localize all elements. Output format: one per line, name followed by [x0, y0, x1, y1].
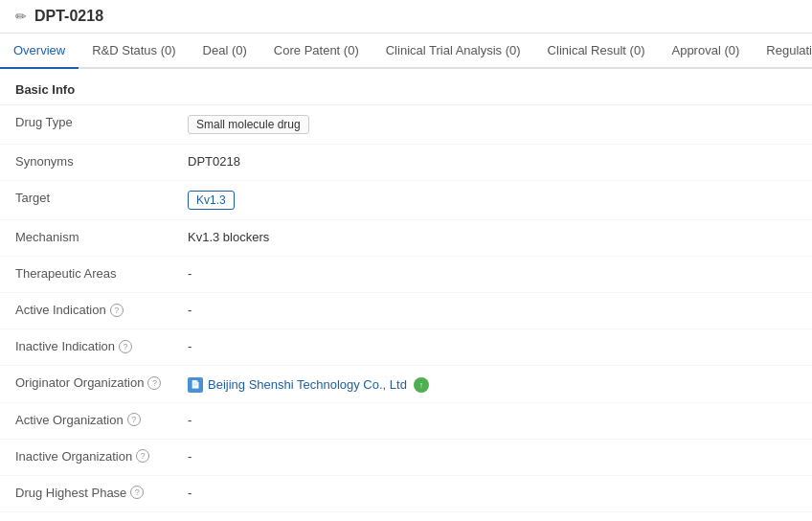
label-therapeutic-areas: Therapeutic Areas	[15, 266, 188, 281]
label-originator-org: Originator Organization ?	[15, 375, 188, 390]
page-header: ✏ DPT-0218	[0, 0, 812, 34]
value-mechanism: Kv1.3 blockers	[188, 230, 797, 244]
tab-clinical-result[interactable]: Clinical Result (0)	[534, 34, 659, 69]
org-link[interactable]: 📄 Beijing Shenshi Technology Co., Ltd ↑	[188, 377, 429, 393]
help-inactive-org-icon[interactable]: ?	[136, 449, 149, 463]
edit-icon: ✏	[15, 9, 27, 24]
label-mechanism: Mechanism	[15, 230, 188, 244]
field-target: Target Kv1.3	[0, 181, 812, 220]
field-therapeutic-areas: Therapeutic Areas -	[0, 257, 812, 293]
field-mechanism: Mechanism Kv1.3 blockers	[0, 220, 812, 257]
tab-core-patent[interactable]: Core Patent (0)	[260, 34, 372, 69]
value-target: Kv1.3	[188, 191, 797, 210]
help-inactive-indication-icon[interactable]: ?	[119, 340, 132, 353]
tab-approval[interactable]: Approval (0)	[658, 34, 753, 69]
label-active-indication: Active Indication ?	[15, 303, 188, 317]
value-synonyms: DPT0218	[188, 154, 797, 169]
org-document-icon: 📄	[188, 377, 203, 393]
org-name: Beijing Shenshi Technology Co., Ltd	[208, 377, 407, 392]
main-content: Basic Info Drug Type Small molecule drug…	[0, 69, 812, 521]
label-synonyms: Synonyms	[15, 154, 188, 169]
tab-rd-status[interactable]: R&D Status (0)	[79, 34, 189, 69]
tab-regulation[interactable]: Regulation (0)	[753, 34, 812, 69]
value-active-indication: -	[188, 303, 797, 317]
help-originator-org-icon[interactable]: ?	[147, 376, 161, 390]
tab-deal[interactable]: Deal (0)	[190, 34, 260, 69]
field-active-org: Active Organization ? -	[0, 403, 812, 440]
help-active-indication-icon[interactable]: ?	[110, 304, 124, 317]
label-target: Target	[15, 191, 188, 205]
field-synonyms: Synonyms DPT0218	[0, 145, 812, 181]
label-drug-highest-phase: Drug Highest Phase ?	[15, 486, 188, 500]
field-drug-highest-phase: Drug Highest Phase ? -	[0, 476, 812, 512]
navigation-tabs: Overview R&D Status (0) Deal (0) Core Pa…	[0, 34, 812, 69]
field-first-approval-date: First Approval Date -	[0, 512, 812, 522]
value-drug-type: Small molecule drug	[188, 115, 797, 134]
field-inactive-indication: Inactive Indication ? -	[0, 329, 812, 366]
target-tag[interactable]: Kv1.3	[188, 191, 235, 210]
value-inactive-org: -	[188, 449, 797, 464]
org-badge-icon: ↑	[414, 377, 429, 393]
value-therapeutic-areas: -	[188, 266, 797, 281]
help-active-org-icon[interactable]: ?	[127, 413, 141, 426]
tab-clinical-trial[interactable]: Clinical Trial Analysis (0)	[372, 34, 534, 69]
field-active-indication: Active Indication ? -	[0, 293, 812, 329]
value-active-org: -	[188, 413, 797, 427]
field-inactive-org: Inactive Organization ? -	[0, 440, 812, 476]
field-originator-org: Originator Organization ? 📄 Beijing Shen…	[0, 366, 812, 403]
label-inactive-org: Inactive Organization ?	[15, 449, 188, 464]
help-drug-highest-phase-icon[interactable]: ?	[130, 486, 144, 499]
drug-type-tag: Small molecule drug	[188, 115, 309, 134]
label-drug-type: Drug Type	[15, 115, 188, 129]
page-title: DPT-0218	[34, 8, 103, 25]
field-drug-type: Drug Type Small molecule drug	[0, 105, 812, 145]
value-inactive-indication: -	[188, 339, 797, 353]
value-originator-org: 📄 Beijing Shenshi Technology Co., Ltd ↑	[188, 375, 797, 393]
label-inactive-indication: Inactive Indication ?	[15, 339, 188, 353]
label-active-org: Active Organization ?	[15, 413, 188, 427]
tab-overview[interactable]: Overview	[0, 34, 79, 69]
section-basic-info: Basic Info	[0, 79, 812, 105]
value-drug-highest-phase: -	[188, 486, 797, 500]
